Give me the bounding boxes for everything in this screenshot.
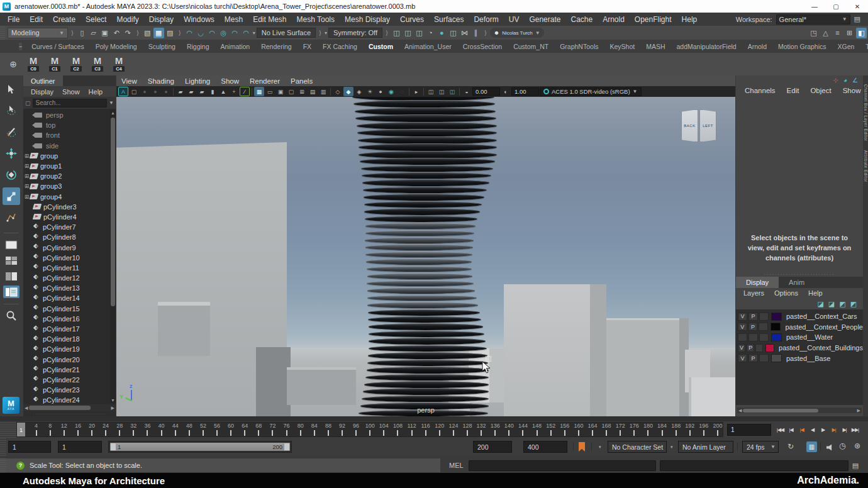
user-account-chip[interactable]: ☻ Nicolas Turch ▼ — [490, 28, 544, 38]
viewport-scene[interactable]: BACK LEFT z Y persp — [116, 97, 735, 416]
shelf-tab-keyshot[interactable]: KeyShot — [604, 43, 640, 50]
render-settings-icon[interactable]: ◔ — [425, 28, 436, 38]
render-icon[interactable]: ◫ — [391, 28, 402, 38]
viewport-menu-lighting[interactable]: Lighting — [185, 77, 217, 85]
fps-select[interactable]: 24 fps ▼ — [742, 441, 779, 453]
layer-visibility-toggle[interactable] — [738, 333, 747, 341]
layer-row-pasted__Context_Buildings[interactable]: VPpasted__Context_Buildings — [736, 343, 863, 353]
shelf-button-c1[interactable]: MC1 — [45, 54, 64, 74]
shelf-tab-turtle[interactable]: TURTLE — [860, 43, 868, 50]
scrollbar-thumb[interactable] — [29, 406, 91, 410]
viewport-menu-view[interactable]: View — [121, 77, 144, 85]
make-live-icon[interactable]: ◠ — [241, 28, 252, 38]
textured-icon[interactable]: ◈ — [354, 87, 364, 96]
search-input[interactable]: Search... — [33, 99, 108, 108]
new-layer-icon[interactable]: ◩ — [850, 300, 857, 308]
shelf-tab-custom-nt[interactable]: Custom_NT — [508, 43, 554, 50]
outliner-item-pCylinder19[interactable]: pCylinder19 — [23, 344, 116, 354]
menu-file[interactable]: File — [3, 15, 25, 24]
view-cube-back-face[interactable]: BACK — [681, 109, 698, 142]
outliner-persp-layout[interactable] — [3, 286, 19, 298]
layer-row-pasted__Water[interactable]: pasted__Water — [736, 332, 863, 343]
outliner-item-pCylinder18[interactable]: pCylinder18 — [23, 334, 116, 344]
viewport-menu-renderer[interactable]: Renderer — [250, 77, 287, 85]
exposure-field[interactable]: 0.00 — [472, 87, 500, 96]
character-controls-icon[interactable]: △ — [820, 28, 831, 38]
viewport-menu-show[interactable]: Show — [221, 77, 246, 85]
mel-input[interactable] — [469, 460, 656, 471]
outliner-menu-show[interactable]: Show — [58, 88, 84, 96]
outliner-item-pCylinder24[interactable]: pCylinder24 — [23, 395, 116, 404]
mel-label[interactable]: MEL — [449, 462, 464, 469]
chevron-down-icon[interactable]: ▾ — [670, 445, 673, 450]
gamma-field[interactable]: 1.00 — [511, 87, 539, 96]
outliner-item-group4[interactable]: ⊞group4 — [23, 192, 116, 202]
play-forward-button[interactable]: ▶ — [818, 423, 828, 436]
pane-layout-icon-3[interactable]: ◫ — [447, 87, 457, 96]
outliner-item-pCylinder4[interactable]: pCylinder4 — [23, 212, 116, 222]
outliner-item-pCylinder17[interactable]: pCylinder17 — [23, 324, 116, 334]
animation-preferences-icon[interactable]: ⊛ — [854, 441, 860, 450]
outliner-item-pCylinder9[interactable]: pCylinder9 — [23, 242, 116, 252]
layer-color-swatch[interactable] — [771, 313, 782, 321]
outliner-item-pCylinder13[interactable]: pCylinder13 — [23, 283, 116, 293]
grid-icon[interactable]: ▦ — [254, 87, 264, 96]
panel-resize-handle[interactable]: ····························· — [23, 411, 116, 416]
menu-deform[interactable]: Deform — [469, 15, 503, 24]
layer-playback-toggle[interactable]: P — [748, 313, 758, 321]
shelf-button-c3[interactable]: MC3 — [88, 54, 107, 74]
camera-select-icon[interactable]: ▰ — [175, 87, 186, 96]
range-start-handle[interactable] — [110, 443, 116, 451]
shelf-tab-animation-user[interactable]: Animation_User — [399, 43, 457, 50]
view-cube-left-face[interactable]: LEFT — [699, 109, 716, 142]
menu-surfaces[interactable]: Surfaces — [429, 15, 469, 24]
layer-display-type-toggle[interactable] — [759, 323, 768, 331]
layer-playback-toggle[interactable]: P — [747, 344, 754, 352]
outliner-item-front[interactable]: front — [23, 130, 116, 140]
grease-pencil-icon[interactable]: ∕ — [240, 87, 250, 96]
render-region-icon[interactable]: ◫ — [414, 28, 425, 38]
scroll-down-icon[interactable]: ▼ — [111, 398, 115, 402]
shelf-tab-sculpting[interactable]: Sculpting — [143, 43, 181, 50]
playback-speed-icon[interactable]: ◷ — [839, 441, 845, 450]
scroll-right-icon[interactable]: ▶ — [111, 406, 114, 411]
last-tool[interactable] — [3, 209, 20, 226]
go-to-end-button[interactable]: ▶▶| — [850, 423, 860, 436]
section-divider[interactable]: ⟩ — [177, 30, 183, 36]
menu-openflight[interactable]: OpenFlight — [630, 15, 677, 24]
image-plane-icon[interactable]: ▲ — [218, 87, 228, 96]
redo-icon[interactable]: ↷ — [123, 28, 133, 38]
menu-edit-mesh[interactable]: Edit Mesh — [248, 15, 291, 24]
film-gate-icon[interactable]: ▭ — [265, 87, 275, 96]
grip-handle[interactable] — [0, 458, 6, 472]
menu-mesh-display[interactable]: Mesh Display — [340, 15, 395, 24]
inactive-icon-1[interactable]: ● — [140, 87, 150, 96]
snap-grid-icon[interactable]: ◠ — [184, 28, 195, 38]
menu-create[interactable]: Create — [48, 15, 81, 24]
outliner-item-pCylinder16[interactable]: pCylinder16 — [23, 314, 116, 324]
outliner-menu-display[interactable]: Display — [27, 88, 57, 96]
speed-dial-icon[interactable]: ◕ — [843, 77, 847, 84]
shelf-tab-curves-surfaces[interactable]: Curves / Surfaces — [26, 43, 89, 50]
scroll-left-icon[interactable]: ◀ — [738, 408, 742, 413]
lasso-tool[interactable] — [3, 102, 20, 119]
go-to-start-button[interactable]: |◀◀ — [775, 423, 786, 436]
layer-playback-toggle[interactable] — [748, 333, 758, 341]
resolution-gate-icon[interactable]: ▣ — [275, 87, 286, 96]
snap-center-icon[interactable]: ◎ — [218, 28, 229, 38]
horizontal-scrollbar[interactable]: ◀ ▶ — [23, 404, 116, 411]
menu-uv[interactable]: UV — [504, 15, 525, 24]
ao-icon[interactable]: ◉ — [386, 87, 396, 96]
outliner-item-persp[interactable]: persp — [23, 110, 116, 120]
menu-curves[interactable]: Curves — [395, 15, 429, 24]
shelf-button-c2[interactable]: MC2 — [67, 54, 86, 74]
time-ruler[interactable]: 1 48121620242832364044485256606468727680… — [16, 422, 723, 437]
channel-menu-object[interactable]: Object — [805, 87, 836, 94]
playback-end-field[interactable]: 200 — [473, 441, 512, 453]
split-pane-layout[interactable] — [3, 270, 19, 282]
outliner-item-pCylinder23[interactable]: pCylinder23 — [23, 385, 116, 395]
select-camera-icon[interactable]: A — [118, 87, 128, 96]
shelf-tab-mash[interactable]: MASH — [640, 43, 670, 50]
layer-row-pasted__Context_People[interactable]: VPpasted__Context_People — [736, 322, 863, 333]
colorspace-select[interactable]: ACES 1.0 SDR-video (sRGB)▼ — [540, 87, 642, 96]
